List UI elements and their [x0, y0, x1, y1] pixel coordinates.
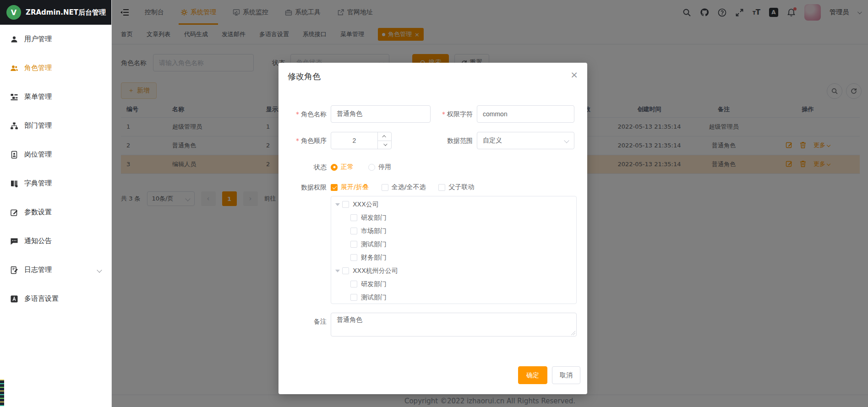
badge-icon — [10, 151, 18, 159]
app: 控制台 系统管理 系统监控 系统工具 — [0, 0, 868, 407]
dept-tree: XXX公司 研发部门 市场部门 测试部门 财务部门 — [331, 196, 577, 304]
sidebar-item-label: 字典管理 — [24, 179, 52, 188]
sidebar-item-label: 参数设置 — [24, 208, 52, 217]
tree-node[interactable]: XXX公司 — [331, 198, 576, 211]
required-asterisk: * — [442, 110, 445, 118]
chat-bubble-icon — [10, 237, 18, 245]
tree-node[interactable]: 市场部门 — [331, 224, 576, 238]
language-square-icon — [10, 295, 18, 303]
tree-expand-icon[interactable] — [333, 270, 342, 272]
sidebar-item-label: 日志管理 — [24, 266, 52, 274]
tree-node[interactable]: 测试部门 — [331, 291, 576, 304]
chevron-down-icon — [383, 142, 387, 146]
role-name-label: *角色名称 — [278, 105, 327, 123]
radio-icon — [331, 164, 338, 171]
form-row-1: *角色名称 *权限字符 — [278, 105, 587, 124]
checkbox-icon — [331, 184, 338, 191]
data-scope-label: 数据范围 — [424, 132, 473, 149]
form-row-status: 状态 正常 停用 — [278, 158, 587, 176]
tree-node[interactable]: 财务部门 — [331, 251, 576, 264]
chevron-down-icon — [97, 267, 102, 272]
role-order-stepper — [331, 132, 392, 149]
stepper-up-button[interactable] — [378, 132, 391, 141]
sidebar-item-dict-manage[interactable]: 字典管理 — [0, 169, 111, 198]
sidebar-menu: 用户管理 角色管理 菜单管理 部门管理 岗位管理 字典管理 — [0, 25, 111, 313]
dialog-title: 修改角色 — [288, 71, 321, 82]
remark-label: 备注 — [278, 313, 327, 330]
app-title: ZRAdmin.NET后台管理 — [26, 8, 106, 17]
sidebar-item-menu-manage[interactable]: 菜单管理 — [0, 82, 111, 111]
logo-icon: V — [6, 5, 21, 20]
data-perm-label: 数据权限 — [278, 179, 327, 196]
chevron-down-icon — [564, 138, 569, 143]
role-key-input[interactable] — [477, 105, 574, 123]
role-order-label: *角色顺序 — [278, 132, 327, 149]
sidebar-item-post-manage[interactable]: 岗位管理 — [0, 140, 111, 169]
cancel-button[interactable]: 取消 — [552, 366, 580, 384]
role-name-input[interactable] — [331, 105, 431, 123]
sidebar-item-label: 菜单管理 — [24, 92, 52, 101]
expand-collapse-checkbox[interactable]: 展开/折叠 — [331, 183, 369, 191]
checkbox-icon[interactable] — [342, 267, 349, 274]
stepper-buttons — [377, 132, 391, 149]
checkbox-icon[interactable] — [350, 254, 357, 261]
sidebar-item-dept-manage[interactable]: 部门管理 — [0, 111, 111, 140]
sidebar-item-label: 多语言设置 — [24, 294, 59, 303]
checkbox-icon — [438, 184, 445, 191]
radio-icon — [368, 164, 375, 171]
checkbox-icon[interactable] — [350, 281, 357, 288]
required-asterisk: * — [296, 110, 299, 118]
document-edit-icon — [10, 266, 18, 274]
edit-role-dialog: 修改角色 × *角色名称 *权限字符 *角色顺序 数据范围 自定义 — [278, 63, 587, 394]
data-scope-select[interactable]: 自定义 — [477, 132, 574, 149]
tree-node[interactable]: XXX杭州分公司 — [331, 264, 576, 277]
tree-expand-icon[interactable] — [333, 203, 342, 206]
sidebar-item-label: 岗位管理 — [24, 150, 52, 159]
edit-square-icon — [10, 208, 18, 217]
stats-monitor-widget — [0, 380, 4, 406]
checkbox-icon[interactable] — [350, 241, 357, 248]
sidebar-item-label: 用户管理 — [24, 35, 52, 43]
users-icon — [10, 64, 18, 72]
required-asterisk: * — [296, 137, 299, 144]
checkbox-icon[interactable] — [350, 214, 357, 221]
sidebar-item-label: 部门管理 — [24, 121, 52, 130]
checkbox-icon — [382, 184, 388, 191]
select-all-checkbox[interactable]: 全选/全不选 — [382, 183, 426, 191]
sidebar-item-i18n-settings[interactable]: 多语言设置 — [0, 284, 111, 313]
parent-child-link-checkbox[interactable]: 父子联动 — [438, 183, 474, 191]
chevron-up-icon — [382, 135, 386, 139]
app-logo: V ZRAdmin.NET后台管理 — [0, 0, 111, 25]
sidebar-item-log-manage[interactable]: 日志管理 — [0, 255, 111, 284]
status-radio-disabled[interactable]: 停用 — [368, 163, 391, 171]
sidebar: V ZRAdmin.NET后台管理 用户管理 角色管理 菜单管理 部门管理 — [0, 0, 112, 407]
form-row-2: *角色顺序 数据范围 自定义 — [278, 132, 587, 150]
tree-node[interactable]: 测试部门 — [331, 238, 576, 251]
close-icon[interactable]: × — [570, 70, 578, 79]
status-radio-normal[interactable]: 正常 — [331, 163, 354, 171]
checkbox-icon[interactable] — [350, 294, 357, 301]
user-icon — [10, 35, 18, 43]
remark-textarea[interactable]: 普通角色 — [331, 313, 577, 336]
checkbox-icon[interactable] — [342, 201, 349, 208]
confirm-button[interactable]: 确定 — [518, 366, 547, 384]
sidebar-item-notice[interactable]: 通知公告 — [0, 227, 111, 255]
sidebar-item-role-manage[interactable]: 角色管理 — [0, 54, 111, 82]
sidebar-item-user-manage[interactable]: 用户管理 — [0, 25, 111, 54]
form-row-data-perm: 数据权限 展开/折叠 全选/全不选 父子联动 — [278, 179, 587, 196]
tree-node[interactable]: 研发部门 — [331, 211, 576, 224]
org-chart-icon — [10, 122, 18, 130]
checkbox-icon[interactable] — [350, 228, 357, 234]
sidebar-item-label: 通知公告 — [24, 237, 52, 245]
tree-node[interactable]: 研发部门 — [331, 277, 576, 291]
status-label: 状态 — [278, 158, 327, 176]
stepper-down-button[interactable] — [378, 141, 391, 149]
sidebar-item-label: 角色管理 — [24, 64, 52, 72]
book-icon — [10, 179, 18, 188]
role-key-label: *权限字符 — [424, 105, 473, 123]
menu-tree-icon — [10, 93, 18, 101]
sidebar-item-param-settings[interactable]: 参数设置 — [0, 198, 111, 227]
